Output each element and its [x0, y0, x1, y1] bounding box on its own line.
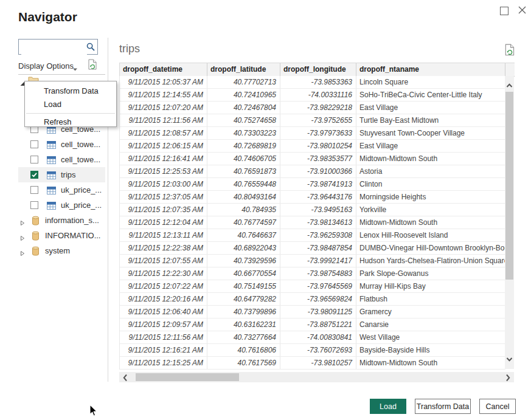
table-cell: Astoria — [356, 165, 505, 177]
tree-item-trips[interactable]: trips — [18, 167, 105, 182]
column-header-dropoff_ntaname[interactable]: dropoff_ntaname — [356, 63, 505, 76]
close-icon[interactable] — [518, 5, 527, 15]
checkbox-checked[interactable] — [30, 171, 38, 179]
table-cell: 9/11/2015 12:07:20 AM — [120, 102, 207, 114]
table-cell: -73.98134613 — [280, 216, 356, 229]
tree-item-information-s[interactable]: information_s... — [18, 213, 105, 228]
expand-chevron-icon[interactable] — [20, 218, 25, 229]
table-cell: -73.9853363 — [280, 76, 356, 88]
table-icon — [47, 156, 56, 167]
checkbox-unchecked[interactable] — [30, 186, 38, 194]
table-cell: 9/11/2015 12:25:53 AM — [120, 165, 207, 177]
table-cell: 40.7617569 — [207, 357, 280, 369]
scroll-up-icon[interactable] — [506, 80, 513, 91]
chevron-down-icon[interactable] — [72, 63, 78, 74]
table-cell: 9/11/2015 12:05:37 AM — [120, 76, 207, 88]
table-cell: 40.68922043 — [207, 242, 280, 254]
table-cell: 9/11/2015 12:06:15 AM — [120, 140, 207, 152]
column-header-dropoff_longitude[interactable]: dropoff_longitude — [280, 63, 356, 76]
table-cell: 40.76591873 — [207, 165, 280, 177]
table-row: 9/11/2015 12:13:11 AM40.7646637-73.96259… — [120, 229, 505, 242]
table-cell: 40.73799896 — [207, 306, 280, 318]
refresh-preview-icon[interactable] — [88, 59, 97, 73]
table-icon — [47, 186, 56, 197]
tree-item-cell-towe[interactable]: cell_towe... — [18, 152, 105, 167]
table-cell: 9/11/2015 12:22:30 AM — [120, 267, 207, 280]
table-cell: 9/11/2015 12:03:00 AM — [120, 178, 207, 190]
table-cell: 40.77702713 — [207, 76, 280, 88]
table-cell: Midtown-Midtown South — [356, 357, 505, 369]
scroll-left-icon[interactable] — [123, 373, 128, 384]
menu-item-transform-data[interactable]: Transform Data — [25, 84, 116, 98]
database-icon — [32, 231, 40, 243]
table-cell: DUMBO-Vinegar Hill-Downtown Brooklyn-Boe… — [356, 242, 505, 254]
scroll-right-icon[interactable] — [505, 373, 510, 384]
table-header: dropoff_datetimedropoff_latitudedropoff_… — [119, 63, 515, 77]
table-cell: 40.72467804 — [207, 102, 280, 114]
maximize-icon[interactable] — [500, 7, 508, 15]
vertical-scrollbar[interactable] — [505, 76, 514, 369]
table-row: 9/11/2015 12:15:25 AM40.7617569-73.98102… — [120, 357, 505, 370]
table-cell: Clinton — [356, 178, 505, 190]
table-cell: Yorkville — [356, 204, 505, 216]
table-cell: -74.00331116 — [280, 89, 356, 101]
table-cell: -73.96259308 — [280, 229, 356, 241]
checkbox-unchecked[interactable] — [30, 140, 38, 148]
expand-chevron-icon[interactable] — [20, 233, 25, 244]
table-cell: 9/11/2015 12:16:41 AM — [120, 153, 207, 165]
table-cell: 9/11/2015 12:15:25 AM — [120, 357, 207, 369]
transform-data-button[interactable]: Transform Data — [415, 399, 471, 414]
table-cell: 40.63162231 — [207, 318, 280, 331]
table-cell: West Village — [356, 331, 505, 343]
table-row: 9/11/2015 12:37:05 AM40.80493164-73.9644… — [120, 191, 505, 204]
table-row: 9/11/2015 12:09:57 AM40.63162231-73.8875… — [120, 318, 505, 331]
tree-item-uk-price[interactable]: uk_price_... — [18, 198, 105, 213]
menu-item-refresh[interactable]: Refresh — [25, 115, 116, 129]
table-cell: 9/11/2015 12:13:11 AM — [120, 229, 207, 241]
menu-item-load[interactable]: Load — [25, 98, 116, 111]
refresh-preview-icon[interactable] — [505, 44, 515, 59]
table-cell: 40.66770554 — [207, 267, 280, 280]
table-cell: Hudson Yards-Chelsea-Flatiron-Union Squa… — [356, 255, 505, 267]
search-icon[interactable] — [86, 43, 95, 54]
display-options-dropdown[interactable]: Display Options — [18, 61, 74, 71]
table-cell: -73.96443176 — [280, 191, 356, 203]
table-cell: 40.72689819 — [207, 140, 280, 152]
table-cell: Midtown-Midtown South — [356, 216, 505, 229]
column-header-dropoff_latitude[interactable]: dropoff_latitude — [207, 63, 280, 76]
menu-separator — [26, 113, 115, 114]
table-icon — [47, 201, 56, 212]
expand-chevron-icon[interactable] — [20, 248, 25, 259]
tree-item-informatio[interactable]: INFORMATIO... — [18, 228, 105, 243]
tree-item-system[interactable]: system — [18, 243, 105, 258]
table-row: 9/11/2015 12:20:16 AM40.64779282-73.9656… — [120, 293, 505, 306]
table-cell: 40.73929596 — [207, 255, 280, 267]
load-button[interactable]: Load — [370, 399, 406, 414]
search-input[interactable] — [21, 40, 87, 55]
table-cell: East Village — [356, 140, 505, 152]
cancel-button[interactable]: Cancel — [479, 399, 516, 414]
horizontal-scrollbar[interactable] — [119, 372, 514, 382]
table-cell: -73.98091125 — [280, 306, 356, 318]
table-cell: 9/11/2015 12:14:55 AM — [120, 89, 207, 101]
table-cell: -73.88751221 — [280, 318, 356, 331]
table-cell: 9/11/2015 12:11:56 AM — [120, 114, 207, 126]
tree-item-label: cell_towe... — [61, 137, 100, 152]
vertical-scrollbar-thumb[interactable] — [505, 92, 513, 280]
table-cell: 9/11/2015 12:12:04 AM — [120, 216, 207, 229]
table-cell: -73.98229218 — [280, 102, 356, 114]
tree-item-cell-towe[interactable]: cell_towe... — [18, 137, 105, 152]
checkbox-unchecked[interactable] — [30, 201, 38, 209]
table-cell: 9/11/2015 12:07:22 AM — [120, 280, 207, 292]
table-cell: -73.9810257 — [280, 357, 356, 369]
tree-top-border — [18, 74, 105, 75]
table-cell: 9/11/2015 12:11:56 AM — [120, 331, 207, 343]
tree-item-label: uk_price_... — [61, 182, 102, 198]
table-cell: -73.98487854 — [280, 242, 356, 254]
horizontal-scrollbar-thumb[interactable] — [136, 373, 239, 381]
table-cell: 40.80493164 — [207, 191, 280, 203]
tree-item-uk-price[interactable]: uk_price_... — [18, 182, 105, 198]
checkbox-unchecked[interactable] — [30, 156, 38, 164]
scroll-down-icon[interactable] — [506, 353, 513, 364]
column-header-dropoff_datetime[interactable]: dropoff_datetime — [120, 63, 207, 76]
